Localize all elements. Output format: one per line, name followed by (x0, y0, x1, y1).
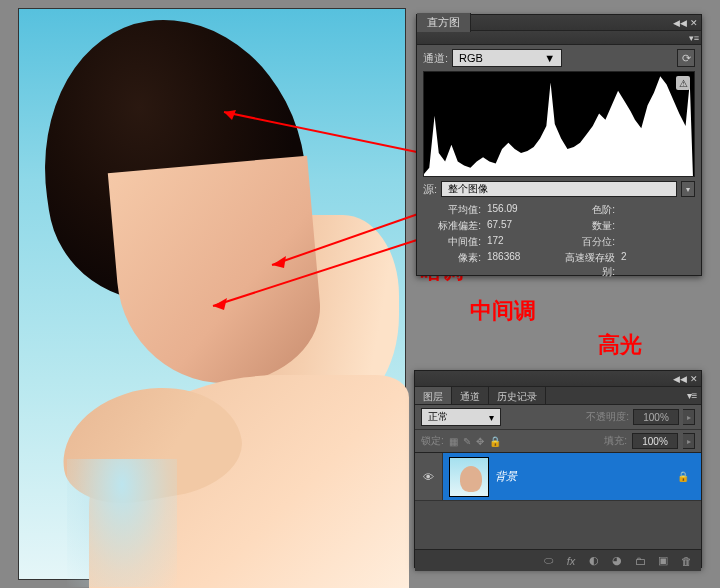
histogram-stats: 平均值:156.09 色阶: 标准偏差:67.57 数量: 中间值:172 百分… (417, 201, 701, 285)
opacity-input[interactable]: 100% (633, 409, 679, 425)
opacity-label: 不透明度: (586, 410, 629, 424)
channel-select[interactable]: RGB ▼ (452, 49, 562, 67)
collapse-icon[interactable]: ◀◀ (673, 374, 687, 384)
lock-pixels-icon[interactable]: ✎ (463, 436, 471, 447)
stat-median-value: 172 (487, 235, 504, 249)
stat-mean-value: 156.09 (487, 203, 518, 217)
stat-pixels-value: 186368 (487, 251, 520, 279)
source-label: 源: (423, 182, 437, 197)
stat-level-label: 色阶: (559, 203, 615, 217)
tab-layers[interactable]: 图层 (415, 387, 452, 404)
blend-mode-value: 正常 (428, 410, 448, 424)
stat-median-label: 中间值: (425, 235, 481, 249)
layer-mask-icon[interactable]: ◐ (587, 554, 601, 567)
tab-history[interactable]: 历史记录 (489, 387, 546, 404)
source-select[interactable]: 整个图像 (441, 181, 677, 197)
layer-fx-icon[interactable]: fx (564, 555, 578, 567)
lock-transparency-icon[interactable]: ▦ (449, 436, 458, 447)
stat-count-label: 数量: (559, 219, 615, 233)
fill-label: 填充: (604, 434, 627, 448)
close-icon[interactable]: ✕ (687, 18, 701, 28)
histogram-panel: 直方图 ◀◀ ✕ ▾≡ 通道: RGB ▼ ⟳ ⚠ 源: 整个图像 ▾ 平均值:… (416, 14, 702, 276)
chevron-down-icon: ▾ (489, 412, 494, 423)
lock-all-icon[interactable]: 🔒 (489, 436, 501, 447)
refresh-button[interactable]: ⟳ (677, 49, 695, 67)
subject-face (108, 156, 326, 393)
link-layers-icon[interactable]: ⬭ (541, 554, 555, 567)
layers-footer: ⬭ fx ◐ ◕ 🗀 ▣ 🗑 (415, 549, 701, 571)
stat-mean-label: 平均值: (425, 203, 481, 217)
histogram-titlebar[interactable]: 直方图 ◀◀ ✕ (417, 15, 701, 31)
collapse-icon[interactable]: ◀◀ (673, 18, 687, 28)
histogram-tab[interactable]: 直方图 (417, 13, 471, 32)
annotation-midtone: 中间调 (470, 296, 536, 326)
histogram-graph[interactable]: ⚠ (423, 71, 695, 177)
cache-warning-icon[interactable]: ⚠ (676, 76, 690, 90)
chevron-down-icon: ▼ (544, 52, 555, 64)
document-canvas[interactable] (18, 8, 406, 580)
tab-channels[interactable]: 通道 (452, 387, 489, 404)
panel-menu-icon[interactable]: ▾≡ (687, 33, 701, 43)
annotation-highlight: 高光 (598, 330, 642, 360)
layer-list: 👁 背景 🔒 (415, 453, 701, 549)
lock-position-icon[interactable]: ✥ (476, 436, 484, 447)
panel-menu-icon[interactable]: ▾≡ (683, 387, 701, 404)
stat-cache-label: 高速缓存级别: (559, 251, 615, 279)
subject-water (67, 459, 177, 587)
histogram-plot (424, 72, 694, 176)
close-icon[interactable]: ✕ (687, 374, 701, 384)
layer-name[interactable]: 背景 (495, 469, 677, 484)
eye-icon: 👁 (423, 471, 434, 483)
fill-input[interactable]: 100% (632, 433, 678, 449)
layer-group-icon[interactable]: 🗀 (633, 555, 647, 567)
stat-std-label: 标准偏差: (425, 219, 481, 233)
lock-label: 锁定: (421, 434, 444, 448)
source-value: 整个图像 (448, 182, 488, 196)
layer-lock-icon[interactable]: 🔒 (677, 471, 701, 482)
source-more-button[interactable]: ▾ (681, 181, 695, 197)
stat-std-value: 67.57 (487, 219, 512, 233)
visibility-toggle[interactable]: 👁 (415, 453, 443, 500)
blend-mode-select[interactable]: 正常 ▾ (421, 408, 501, 426)
layer-thumbnail[interactable] (449, 457, 489, 497)
delete-layer-icon[interactable]: 🗑 (679, 555, 693, 567)
channel-value: RGB (459, 52, 483, 64)
layer-row[interactable]: 👁 背景 🔒 (415, 453, 701, 501)
refresh-icon: ⟳ (682, 52, 691, 65)
new-layer-icon[interactable]: ▣ (656, 554, 670, 567)
stat-pixels-label: 像素: (425, 251, 481, 279)
layers-panel: ◀◀ ✕ 图层 通道 历史记录 ▾≡ 正常 ▾ 不透明度: 100% ▸ 锁定:… (414, 370, 702, 568)
stat-cache-value: 2 (621, 251, 627, 279)
channel-label: 通道: (423, 51, 448, 66)
fill-dropdown-icon[interactable]: ▸ (683, 433, 695, 449)
stat-percent-label: 百分位: (559, 235, 615, 249)
opacity-dropdown-icon[interactable]: ▸ (683, 409, 695, 425)
adjustment-layer-icon[interactable]: ◕ (610, 554, 624, 567)
